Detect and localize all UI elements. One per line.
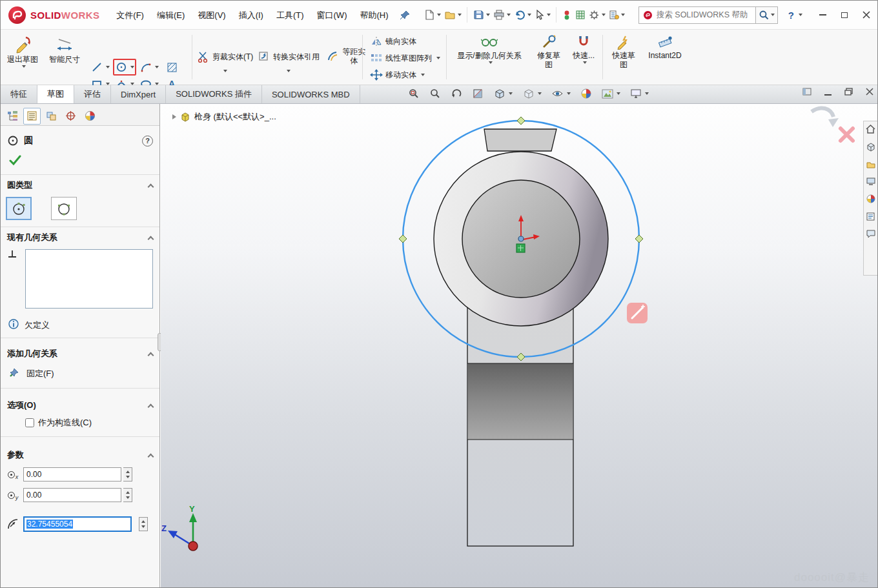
collapse-chevron-icon[interactable]	[148, 453, 154, 460]
save-button[interactable]	[471, 7, 491, 23]
instant2d-button[interactable]: Instant2D	[644, 31, 686, 60]
displaymanager-tab[interactable]	[81, 108, 99, 125]
dropdown-arrow[interactable]	[583, 61, 587, 64]
dropdown-arrow[interactable]	[538, 92, 542, 95]
menu-file[interactable]: 文件(F)	[110, 1, 150, 30]
maximize-button[interactable]	[833, 1, 855, 29]
linear-pattern-button[interactable]: 线性草图阵列	[367, 51, 443, 65]
dropdown-arrow[interactable]	[421, 74, 425, 76]
print-button[interactable]	[492, 7, 512, 23]
tree-expand-icon[interactable]	[172, 114, 176, 119]
repair-sketch-button[interactable]: 修复草图	[531, 31, 566, 70]
forum-icon[interactable]	[866, 230, 875, 240]
collapse-chevron-icon[interactable]	[148, 236, 154, 242]
dropdown-arrow[interactable]	[458, 14, 462, 16]
help-button[interactable]: ?	[788, 10, 794, 21]
dropdown-arrow[interactable]	[486, 14, 490, 16]
minimize-button[interactable]	[812, 1, 833, 29]
dropdown-arrow[interactable]	[437, 14, 441, 16]
circle-tool-button[interactable]	[113, 59, 136, 76]
dismiss-x-icon[interactable]	[841, 128, 853, 141]
collapse-chevron-icon[interactable]	[148, 352, 154, 358]
resources-icon[interactable]	[866, 143, 875, 154]
radius-spinner[interactable]	[139, 517, 148, 531]
construction-line-checkbox[interactable]	[25, 418, 34, 427]
menu-insert[interactable]: 插入(I)	[232, 1, 270, 30]
configurationmanager-tab[interactable]	[43, 108, 60, 125]
sketch-assistant-button[interactable]	[627, 303, 648, 323]
file-explorer-icon[interactable]	[866, 177, 875, 187]
dropdown-arrow[interactable]	[645, 92, 649, 95]
dropdown-arrow[interactable]	[527, 14, 531, 16]
section-parameters[interactable]: 参数	[1, 445, 159, 464]
dropdown-arrow[interactable]	[436, 57, 440, 59]
appearances-icon[interactable]	[866, 194, 875, 205]
smart-dimension-button[interactable]: 智能尺寸	[43, 31, 86, 64]
section-circle-type[interactable]: 圆类型	[1, 175, 159, 194]
undo-button[interactable]	[513, 7, 533, 23]
dropdown-arrow[interactable]	[489, 61, 493, 64]
dropdown-arrow[interactable]	[106, 66, 110, 68]
tab-features[interactable]: 特征	[1, 85, 37, 103]
section-existing-relations[interactable]: 现有几何关系	[1, 227, 159, 247]
dropdown-arrow[interactable]	[223, 70, 227, 72]
section-options[interactable]: 选项(O)	[1, 395, 159, 414]
view-orientation-button[interactable]	[491, 86, 515, 101]
search-input[interactable]	[657, 10, 751, 19]
circle-center-point[interactable]	[518, 236, 524, 241]
trim-entities-button[interactable]: 剪裁实体(T)	[194, 49, 256, 65]
mirror-entities-button[interactable]: 镜向实体	[367, 34, 419, 48]
ok-check-button[interactable]	[8, 158, 21, 168]
dropdown-arrow[interactable]	[130, 66, 134, 68]
menu-edit[interactable]: 编辑(E)	[150, 1, 191, 30]
view-settings-button[interactable]	[628, 87, 651, 100]
dropdown-arrow[interactable]	[617, 92, 620, 95]
select-button[interactable]	[533, 7, 552, 23]
hatch-tool-button[interactable]	[162, 59, 181, 76]
model-viewport[interactable]: Y Z 枪身 (默认<<默认>_... dooooit@暴走	[161, 104, 877, 587]
search-submit-button[interactable]	[756, 6, 778, 24]
rebuild-button[interactable]	[560, 8, 573, 22]
open-document-button[interactable]	[443, 7, 463, 23]
hide-show-items-button[interactable]	[549, 88, 573, 99]
arc-tool-button[interactable]	[138, 59, 161, 76]
quick-snaps-button[interactable]: 快速...	[567, 31, 600, 64]
perimeter-circle-type-button[interactable]	[51, 197, 77, 220]
rapid-sketch-button[interactable]: 快速草图	[606, 31, 641, 70]
dropdown-arrow[interactable]	[567, 92, 571, 95]
doc-close-button[interactable]	[866, 88, 873, 97]
design-library-icon[interactable]	[866, 161, 875, 170]
menu-window[interactable]: 窗口(W)	[311, 1, 354, 30]
tab-addins[interactable]: SOLIDWORKS 插件	[166, 85, 262, 103]
part-body[interactable]	[434, 129, 608, 546]
display-style-button[interactable]	[520, 86, 544, 101]
sketch-handle-top[interactable]	[517, 117, 525, 125]
fixed-relation-label[interactable]: 固定(F)	[26, 368, 54, 380]
design-table-button[interactable]	[574, 8, 587, 22]
dropdown-arrow[interactable]	[799, 14, 802, 16]
file-properties-button[interactable]	[607, 8, 626, 22]
tab-dimxpert[interactable]: DimXpert	[111, 85, 166, 103]
existing-relations-listbox[interactable]	[25, 249, 153, 309]
zoom-fit-button[interactable]	[406, 86, 422, 101]
dropdown-arrow[interactable]	[547, 14, 551, 16]
dropdown-arrow[interactable]	[155, 66, 159, 68]
dropdown-arrow[interactable]	[287, 70, 291, 72]
line-tool-button[interactable]	[88, 59, 112, 76]
collapse-pane-button[interactable]	[802, 88, 812, 97]
home-icon[interactable]	[866, 125, 875, 136]
dropdown-arrow[interactable]	[509, 92, 513, 95]
dropdown-arrow[interactable]	[507, 14, 511, 16]
sketch-handle-left[interactable]	[399, 235, 407, 243]
display-delete-relations-button[interactable]: 显示/删除几何关系	[450, 31, 529, 64]
close-button[interactable]	[855, 1, 877, 29]
sketch-handle-right[interactable]	[635, 235, 643, 243]
options-button[interactable]	[587, 8, 607, 23]
edit-appearance-button[interactable]	[578, 86, 594, 101]
custom-properties-icon[interactable]	[866, 212, 875, 223]
new-document-button[interactable]	[422, 7, 442, 23]
dropdown-arrow[interactable]	[22, 65, 26, 68]
zoom-area-button[interactable]	[427, 86, 443, 101]
exit-sketch-button[interactable]: 退出草图	[3, 31, 42, 68]
menu-view[interactable]: 视图(V)	[191, 1, 232, 30]
